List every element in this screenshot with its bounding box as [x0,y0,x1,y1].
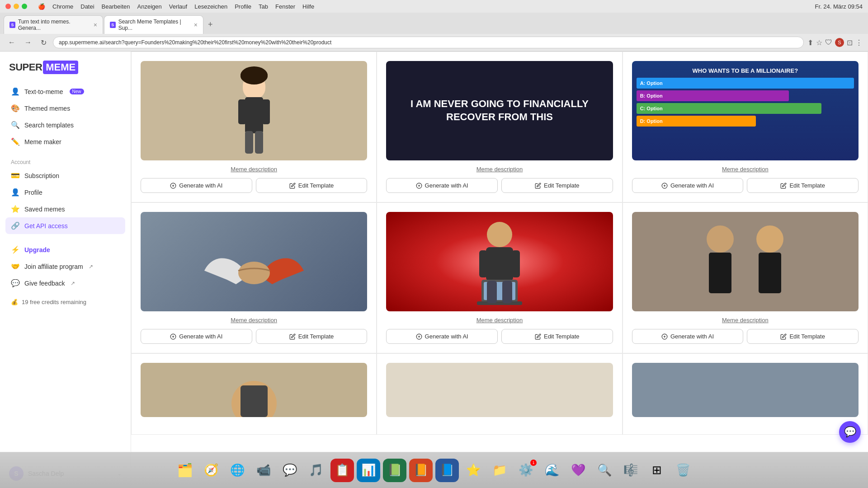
dock-finder[interactable]: 🗂️ [173,459,197,482]
menu-profile[interactable]: Profile [235,3,251,10]
meme-card-5: Meme description Generate with AI Edit T… [377,202,622,353]
nav-subscription-label: Subscription [24,172,59,179]
forward-button[interactable]: → [22,38,34,47]
edit-btn-4[interactable]: Edit Template [256,329,368,344]
quiz-template: WHO WANTS TO BE A MILLIONAIRE? A: Option… [632,61,859,160]
shield-icon[interactable]: 🛡 [825,38,832,47]
dock-search-app[interactable]: 🔍 [593,459,616,482]
menu-bearbeiten[interactable]: Bearbeiten [102,3,130,10]
dock-drive[interactable]: 📁 [488,459,511,482]
close-button[interactable] [5,4,11,9]
nav-search-templates[interactable]: 🔍 Search templates [5,117,125,133]
dock-trash[interactable]: 🗑️ [671,459,695,482]
nav-upgrade[interactable]: ⚡ Upgrade [5,241,125,258]
meme-desc-4[interactable]: Meme description [231,317,277,324]
meme-desc-6[interactable]: Meme description [722,317,769,324]
nav-text-to-meme[interactable]: 👤 Text-to-meme New [5,83,125,100]
meme-desc-1[interactable]: Meme description [231,166,277,173]
nav-saved-memes[interactable]: ⭐ Saved memes [5,201,125,217]
affiliate-icon: 🤝 [11,262,20,271]
dock-music[interactable]: 🎼 [619,459,642,482]
dock-settings[interactable]: ⚙️ 1 [514,459,538,482]
share-icon[interactable]: ⬆ [807,38,813,47]
dock-chrome[interactable]: 🌐 [226,459,249,482]
dock-whatsapp[interactable]: 💬 [278,459,302,482]
menu-verlauf[interactable]: Verlauf [169,3,187,10]
extensions-icon[interactable]: ⊡ [847,38,853,47]
dock-zoom[interactable]: 📹 [252,459,275,482]
dock-safari[interactable]: 🧭 [199,459,223,482]
menu-datei[interactable]: Datei [80,3,94,10]
svg-rect-31 [241,385,268,417]
fullscreen-button[interactable] [22,4,27,9]
minimize-button[interactable] [14,4,19,9]
meme-desc-2[interactable]: Meme description [476,166,523,173]
meme-actions-1: Generate with AI Edit Template [141,178,367,193]
meme-text-2: I am never going to financially recover … [395,98,604,123]
sidebar: SUPER MEME 👤 Text-to-meme New 🎨 Themed m… [0,52,131,488]
nav-themed-memes[interactable]: 🎨 Themed memes [5,100,125,117]
credits-text: 19 free credits remaining [22,299,86,305]
more-icon[interactable]: ⋮ [855,38,863,47]
tab-close-1[interactable]: × [94,21,97,28]
menu-hilfe[interactable]: Hilfe [302,3,314,10]
dock-trello[interactable]: 📊 [357,459,380,482]
profile-circle[interactable]: S [835,38,844,47]
nav-meme-maker[interactable]: ✏️ Meme maker [5,133,125,150]
chat-bubble-button[interactable]: 💬 [839,421,861,443]
tab-bar: S Turn text into memes. Genera... × S Se… [0,13,868,34]
tab-close-2[interactable]: × [194,21,198,28]
menu-chrome[interactable]: Chrome [52,3,73,10]
generate-btn-5[interactable]: Generate with AI [386,329,498,344]
generate-btn-2[interactable]: Generate with AI [386,178,498,193]
logo: SUPER MEME [0,61,131,83]
meme-desc-3[interactable]: Meme description [722,166,769,173]
nav-affiliate-label: Join affiliate program [24,263,83,270]
menu-lesezeichen[interactable]: Lesezeichen [194,3,227,10]
dock-star[interactable]: ⭐ [462,459,485,482]
nav-profile[interactable]: 👤 Profile [5,184,125,201]
browser-tab-2[interactable]: S Search Meme Templates | Sup... × [104,15,203,34]
ai-icon-5 [416,333,422,340]
nav-themed-memes-label: Themed memes [24,105,70,112]
menu-tab[interactable]: Tab [259,3,268,10]
address-bar: ← → ↻ ⬆ ☆ 🛡 S ⊡ ⋮ [0,34,868,51]
svg-rect-21 [502,281,512,303]
meme-card-8 [377,353,622,435]
edit-icon-6 [780,333,787,340]
back-button[interactable]: ← [5,38,18,47]
address-input[interactable] [53,37,804,48]
dock-excel[interactable]: 📗 [383,459,406,482]
edit-btn-5[interactable]: Edit Template [501,329,613,344]
generate-btn-1[interactable]: Generate with AI [141,178,252,193]
browser-tab-1[interactable]: S Turn text into memes. Genera... × [4,15,103,34]
dock-discord[interactable]: 💜 [566,459,590,482]
nav-feedback[interactable]: 💬 Give feedback ↗ [5,275,125,291]
dock-word[interactable]: 📘 [435,459,459,482]
generate-btn-4[interactable]: Generate with AI [141,329,252,344]
edit-btn-1[interactable]: Edit Template [256,178,368,193]
dock-spotify[interactable]: 🎵 [304,459,328,482]
dock-arc[interactable]: 🌊 [540,459,564,482]
menu-anzeigen[interactable]: Anzeigen [137,3,162,10]
apple-menu[interactable]: 🍎 [38,3,45,10]
nav-subscription[interactable]: 💳 Subscription [5,167,125,184]
edit-btn-3[interactable]: Edit Template [747,178,859,193]
generate-btn-6[interactable]: Generate with AI [632,329,744,344]
nav-api-access[interactable]: 🔗 Get API access [5,217,125,234]
svg-point-25 [711,228,729,246]
main-nav: 👤 Text-to-meme New 🎨 Themed memes 🔍 Sear… [0,83,131,150]
edit-btn-2[interactable]: Edit Template [501,178,613,193]
meme-desc-5[interactable]: Meme description [476,317,523,324]
dock-task[interactable]: 📋 [330,459,354,482]
generate-btn-3[interactable]: Generate with AI [632,178,744,193]
nav-affiliate[interactable]: 🤝 Join affiliate program ↗ [5,258,125,275]
dock-grid[interactable]: ⊞ [645,459,669,482]
dock-powerpoint[interactable]: 📙 [409,459,433,482]
menu-fenster[interactable]: Fenster [275,3,295,10]
edit-btn-6[interactable]: Edit Template [747,329,859,344]
svg-rect-24 [709,253,731,293]
new-tab-button[interactable]: + [204,18,217,31]
reload-button[interactable]: ↻ [38,38,49,48]
bookmark-icon[interactable]: ☆ [816,38,822,47]
